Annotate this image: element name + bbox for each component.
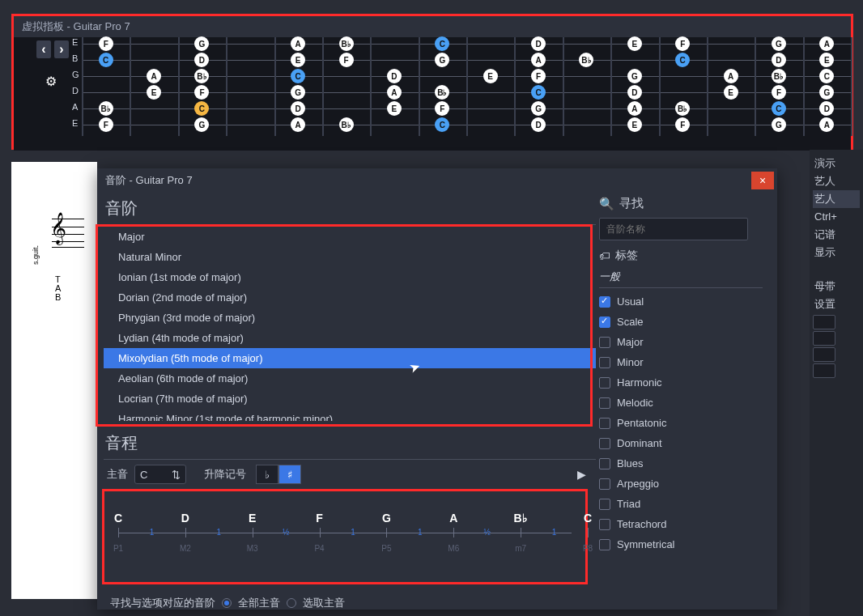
fret-note[interactable]: G — [194, 36, 209, 51]
fret-note[interactable]: C — [291, 69, 305, 83]
side-tool-icon[interactable] — [813, 331, 835, 346]
fret-note[interactable]: G — [772, 117, 786, 132]
fret-note[interactable]: E — [483, 69, 498, 83]
fret-note[interactable]: D — [531, 117, 546, 132]
fret-note[interactable]: G — [194, 117, 209, 132]
scale-item[interactable]: Harmonic Minor (1st mode of harmonic min… — [104, 409, 596, 421]
fret-note[interactable]: D — [531, 36, 546, 51]
fret-note[interactable]: B♭ — [339, 36, 354, 51]
fret-note[interactable]: F — [675, 36, 690, 51]
fret-note[interactable]: B♭ — [675, 101, 690, 116]
fret-note[interactable]: B♭ — [339, 117, 354, 132]
fret-note[interactable]: A — [387, 85, 402, 100]
fret-note[interactable]: E — [147, 85, 161, 100]
tag-item[interactable]: Melodic — [599, 393, 763, 413]
fret-note[interactable]: E — [387, 101, 402, 116]
sharp-button[interactable]: ♯ — [278, 465, 301, 484]
checkbox[interactable] — [599, 478, 610, 490]
side-tool-icon[interactable] — [813, 363, 835, 378]
radio-select-root[interactable] — [287, 598, 296, 608]
radio-all-roots[interactable] — [222, 598, 232, 608]
fret-note[interactable]: E — [627, 36, 642, 51]
side-item[interactable]: 艺人 — [813, 172, 860, 190]
fret-note[interactable]: G — [819, 85, 834, 100]
fret-note[interactable]: D — [627, 85, 642, 100]
fret-note[interactable]: G — [291, 85, 305, 100]
fret-note[interactable]: D — [387, 69, 402, 83]
fret-note[interactable]: A — [627, 101, 642, 116]
fret-note[interactable]: G — [772, 36, 786, 51]
side-tool-icon[interactable] — [813, 315, 835, 329]
play-button[interactable]: ▶ — [577, 468, 586, 481]
checkbox[interactable] — [599, 316, 610, 328]
tag-item[interactable]: Pentatonic — [599, 413, 763, 433]
fret-note[interactable]: F — [194, 85, 209, 100]
fret-note[interactable]: C — [435, 117, 449, 132]
checkbox[interactable] — [599, 499, 610, 510]
tag-item[interactable]: Symmetrical — [599, 534, 763, 550]
scale-list[interactable]: MajorNatural MinorIonian (1st mode of ma… — [104, 227, 596, 421]
fret-note[interactable]: A — [291, 117, 305, 132]
scale-item[interactable]: Lydian (4th mode of major) — [104, 328, 596, 348]
fret-note[interactable]: A — [291, 36, 305, 51]
tag-item[interactable]: Arpeggio — [599, 474, 763, 494]
tag-item[interactable]: Scale — [599, 312, 763, 332]
fret-note[interactable]: F — [339, 53, 354, 67]
fret-note[interactable]: B♭ — [772, 69, 786, 83]
fret-note[interactable]: B♭ — [435, 85, 449, 100]
fret-prev-button[interactable]: ‹ — [36, 40, 51, 58]
fret-note[interactable]: C — [531, 85, 546, 100]
fret-note[interactable]: F — [99, 36, 113, 51]
scale-item[interactable]: Locrian (7th mode of major) — [104, 389, 596, 409]
fret-note[interactable]: D — [291, 101, 305, 116]
checkbox[interactable] — [599, 438, 610, 449]
checkbox[interactable] — [599, 296, 610, 308]
fret-note[interactable]: B♭ — [99, 101, 113, 116]
side-item[interactable]: 演示 — [813, 155, 860, 172]
fret-next-button[interactable]: › — [54, 40, 69, 58]
scale-item[interactable]: Aeolian (6th mode of major) — [104, 368, 596, 389]
fret-grid[interactable]: FGAB♭CDEFGACDEFGAB♭CDEAB♭CDEFGAB♭CEFGAB♭… — [82, 37, 851, 151]
fret-note[interactable]: G — [627, 69, 642, 83]
checkbox[interactable] — [599, 418, 610, 429]
fret-note[interactable]: B♭ — [194, 69, 209, 83]
fret-note[interactable]: D — [819, 101, 834, 116]
tag-item[interactable]: Usual — [599, 291, 763, 312]
fret-note[interactable]: F — [99, 117, 113, 132]
checkbox[interactable] — [599, 539, 610, 550]
tag-item[interactable]: Minor — [599, 352, 763, 372]
checkbox[interactable] — [599, 377, 610, 389]
fret-note[interactable]: A — [147, 69, 161, 83]
fret-note[interactable]: F — [531, 69, 546, 83]
tag-item[interactable]: Harmonic — [599, 372, 763, 393]
flat-button[interactable]: ♭ — [256, 465, 278, 484]
tag-item[interactable]: Dominant — [599, 433, 763, 453]
gear-icon[interactable]: ⚙ — [43, 73, 59, 89]
tag-item[interactable]: Tetrachord — [599, 514, 763, 534]
fret-note[interactable]: D — [194, 53, 209, 67]
fret-note[interactable]: A — [819, 117, 834, 132]
side-item[interactable]: 显示 — [813, 244, 860, 261]
fret-note[interactable]: C — [435, 36, 449, 51]
side-item[interactable]: 艺人 — [813, 190, 860, 208]
tag-item[interactable]: Blues — [599, 453, 763, 474]
fret-note[interactable]: F — [675, 117, 690, 132]
fret-note[interactable]: G — [531, 101, 546, 116]
fret-note[interactable]: A — [724, 69, 738, 83]
side-item[interactable]: 记谱 — [813, 226, 860, 244]
fret-note[interactable]: A — [819, 36, 834, 51]
fret-note[interactable]: F — [772, 85, 786, 100]
root-select[interactable]: C ⇅ — [134, 465, 186, 484]
search-input[interactable] — [599, 218, 748, 240]
fret-note[interactable]: C — [99, 53, 113, 67]
fret-note[interactable]: C — [772, 101, 786, 116]
fret-note[interactable]: E — [291, 53, 305, 67]
checkbox[interactable] — [599, 337, 610, 348]
scale-item[interactable]: Natural Minor — [104, 247, 596, 267]
close-button[interactable]: × — [751, 172, 774, 189]
fret-note[interactable]: G — [435, 53, 449, 67]
fret-note[interactable]: C — [194, 101, 209, 116]
checkbox[interactable] — [599, 397, 610, 409]
fret-note[interactable]: A — [531, 53, 546, 67]
scale-item[interactable]: Mixolydian (5th mode of major) — [104, 348, 596, 368]
